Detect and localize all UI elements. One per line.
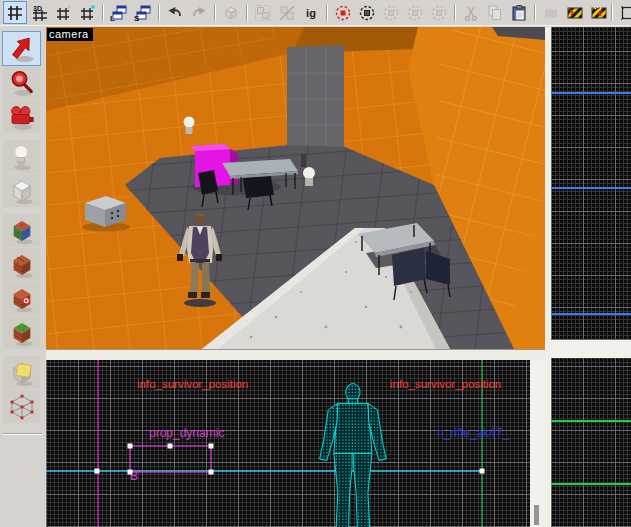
- toolbar-separator: [214, 4, 216, 21]
- texture-block-button[interactable]: [539, 1, 563, 24]
- texture-application-tool-button[interactable]: [3, 214, 40, 247]
- apply-overlays-tool-button[interactable]: [3, 316, 40, 349]
- texture-cube-icon: [7, 216, 37, 246]
- redo-icon: [190, 4, 208, 22]
- ungroup-button[interactable]: [275, 1, 299, 24]
- select-through-black-icon: [358, 4, 376, 22]
- scrollbar-thumb[interactable]: [534, 505, 539, 525]
- carve-icon: [222, 4, 240, 22]
- undo-button[interactable]: [163, 1, 187, 24]
- selection-bounds-icon: [619, 4, 631, 22]
- carve-hazard-button[interactable]: [563, 1, 587, 24]
- grid-smaller-button[interactable]: [51, 1, 75, 24]
- viewport-2d-bottom[interactable]: prop_dynamic n_rifle_ak47_ B info_surviv…: [46, 360, 530, 527]
- svg-text:3D: 3D: [33, 5, 42, 12]
- lightbulb-icon: [7, 142, 37, 172]
- select-mode-1-button[interactable]: [379, 1, 403, 24]
- select-mode-icon: [382, 4, 400, 22]
- magnify-tool-button[interactable]: [3, 66, 40, 99]
- right-view-scroll-area[interactable]: [551, 340, 631, 358]
- brush-edge-line: [551, 420, 631, 422]
- vertex-cube-icon: [7, 392, 37, 422]
- selection-tool-button[interactable]: [3, 32, 40, 65]
- grid-3d-icon: 3D: [30, 4, 48, 22]
- toolbar-separator: [246, 4, 248, 21]
- toolbar-separator: [454, 4, 456, 21]
- entity-tool-button[interactable]: [3, 140, 40, 173]
- carve-button[interactable]: [219, 1, 243, 24]
- bottom-view-scrollbar[interactable]: [530, 360, 545, 527]
- brush-edge-line: [551, 187, 631, 189]
- ungroup-icon: [278, 4, 296, 22]
- scene-3d: [46, 27, 545, 349]
- gray-door-slab: [287, 45, 344, 151]
- ignore-groups-label: ig: [306, 7, 316, 19]
- load-window-state-button[interactable]: L: [107, 1, 131, 24]
- decal-cube-icon: [7, 284, 37, 314]
- texture-block-icon: [542, 4, 560, 22]
- cut-icon: [462, 4, 480, 22]
- viewport-label: camera: [47, 28, 93, 41]
- undo-icon: [166, 4, 184, 22]
- copy-icon: [486, 4, 504, 22]
- vertex-manipulation-tool-button[interactable]: [3, 390, 40, 423]
- weapon-entity-label: n_rifle_ak47_: [437, 426, 509, 440]
- hollow-hazard-button[interactable]: [587, 1, 611, 24]
- toolbar-separator: [326, 4, 328, 21]
- apply-current-texture-tool-button[interactable]: [3, 248, 40, 281]
- svg-text:L: L: [110, 14, 115, 22]
- selection-bounds-button[interactable]: [616, 1, 631, 24]
- hollow-hazard-icon: [590, 4, 608, 22]
- select-mode-icon: [430, 4, 448, 22]
- select-through-black-button[interactable]: [355, 1, 379, 24]
- entity-label-2: info_survivor_position: [390, 378, 501, 390]
- select-mode-2-button[interactable]: [403, 1, 427, 24]
- brush-edge-line: [551, 313, 631, 315]
- load-window-state-icon: L: [110, 4, 128, 22]
- selected-entity-label: prop_dynamic: [149, 426, 224, 440]
- select-through-red-button[interactable]: [331, 1, 355, 24]
- camera-tool-button[interactable]: [3, 100, 40, 133]
- copy-button[interactable]: [483, 1, 507, 24]
- hammer-editor-window: 3D L S ig: [0, 0, 631, 527]
- block-tool-button[interactable]: [3, 174, 40, 207]
- grid-3d-button[interactable]: 3D: [27, 1, 51, 24]
- group-button[interactable]: [251, 1, 275, 24]
- carve-hazard-icon: [566, 4, 584, 22]
- select-mode-icon: [406, 4, 424, 22]
- selection-arrow-icon: [7, 34, 37, 64]
- overlay-cube-icon: [7, 318, 37, 348]
- select-through-red-icon: [334, 4, 352, 22]
- toolbar-separator: [102, 4, 104, 21]
- grid-toggle-button[interactable]: [3, 1, 27, 24]
- group-icon: [254, 4, 272, 22]
- entity-label-1: info_survivor_position: [137, 378, 248, 390]
- selection-box[interactable]: [130, 446, 211, 472]
- viewport-3d-camera[interactable]: camera: [46, 27, 545, 349]
- main-toolbar: 3D L S ig: [0, 0, 631, 26]
- save-window-state-button[interactable]: S: [131, 1, 155, 24]
- clipping-tool-button[interactable]: [3, 356, 40, 389]
- apply-decals-tool-button[interactable]: [3, 282, 40, 315]
- brush-edge-line: [551, 483, 631, 485]
- survivor-wireframe-1[interactable]: [320, 384, 387, 527]
- paste-button[interactable]: [507, 1, 531, 24]
- viewport-2d-bottom-right[interactable]: [551, 358, 631, 527]
- viewport-2d-top-right[interactable]: [551, 27, 631, 340]
- block-cube-icon: [7, 176, 37, 206]
- toolbar-separator: [534, 4, 536, 21]
- toolbar-separator: [611, 4, 613, 21]
- grid-smaller-icon: [54, 4, 72, 22]
- grid-larger-button[interactable]: [75, 1, 99, 24]
- grid-larger-icon: [78, 4, 96, 22]
- cut-button[interactable]: [459, 1, 483, 24]
- tool-palette: [0, 26, 45, 527]
- redo-button[interactable]: [187, 1, 211, 24]
- save-window-state-icon: S: [134, 4, 152, 22]
- camera-icon: [7, 102, 37, 132]
- palette-divider: [3, 433, 42, 435]
- selection-handles[interactable]: [95, 444, 485, 475]
- select-mode-3-button[interactable]: [427, 1, 451, 24]
- ignore-groups-button[interactable]: ig: [299, 1, 323, 24]
- svg-text:S: S: [134, 14, 140, 22]
